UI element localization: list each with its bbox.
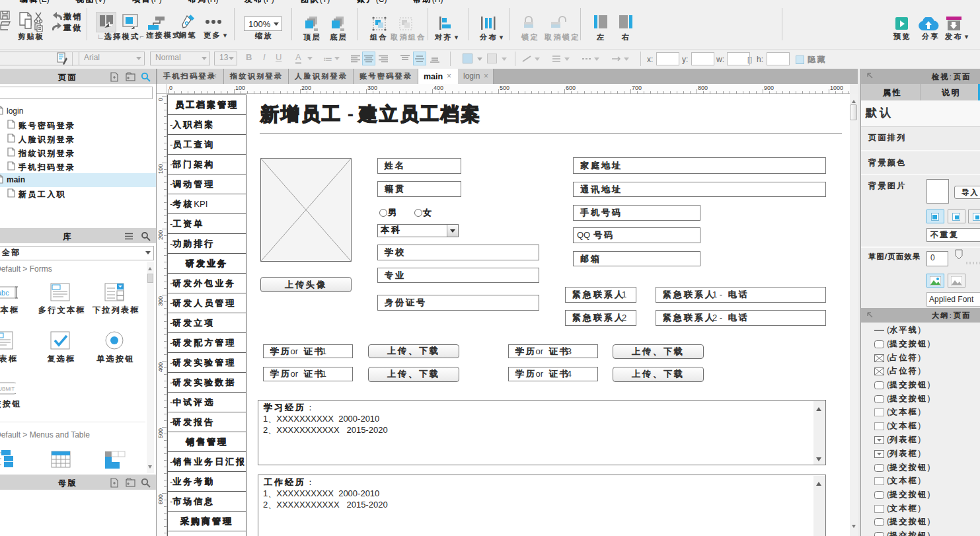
svg-text:SUBMIT: SUBMIT	[0, 386, 15, 392]
svg-text:abc: abc	[0, 289, 9, 297]
